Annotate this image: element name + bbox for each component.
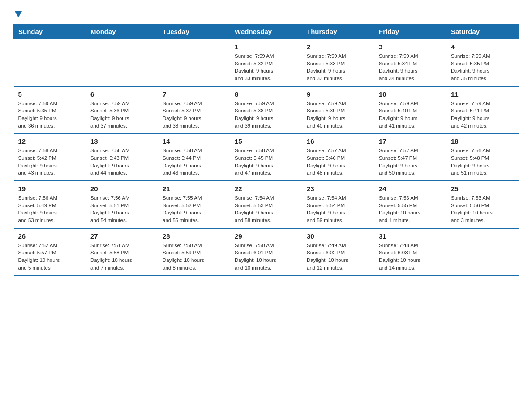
day-info: Sunrise: 7:59 AMSunset: 5:34 PMDaylight:… <box>379 52 442 82</box>
calendar-header-row: SundayMondayTuesdayWednesdayThursdayFrid… <box>14 24 519 39</box>
calendar-cell: 18Sunrise: 7:56 AMSunset: 5:48 PMDayligh… <box>446 133 519 181</box>
calendar-cell: 25Sunrise: 7:53 AMSunset: 5:56 PMDayligh… <box>446 181 519 228</box>
day-info: Sunrise: 7:56 AMSunset: 5:48 PMDaylight:… <box>451 147 514 177</box>
day-number: 17 <box>379 137 442 145</box>
day-info: Sunrise: 7:58 AMSunset: 5:44 PMDaylight:… <box>163 147 225 177</box>
day-number: 25 <box>451 185 514 193</box>
day-number: 21 <box>163 185 225 193</box>
day-number: 6 <box>90 90 153 98</box>
day-info: Sunrise: 7:59 AMSunset: 5:35 PMDaylight:… <box>18 100 82 130</box>
svg-marker-0 <box>15 11 22 17</box>
calendar-cell: 27Sunrise: 7:51 AMSunset: 5:58 PMDayligh… <box>86 228 158 276</box>
calendar-table: SundayMondayTuesdayWednesdayThursdayFrid… <box>13 24 519 276</box>
calendar-cell <box>14 39 86 86</box>
calendar-cell: 12Sunrise: 7:58 AMSunset: 5:42 PMDayligh… <box>14 133 86 181</box>
day-number: 7 <box>163 90 225 98</box>
day-info: Sunrise: 7:59 AMSunset: 5:37 PMDaylight:… <box>163 100 225 130</box>
weekday-header-friday: Friday <box>374 24 446 39</box>
day-number: 10 <box>379 90 442 98</box>
day-info: Sunrise: 7:59 AMSunset: 5:38 PMDaylight:… <box>235 100 297 130</box>
calendar-cell: 6Sunrise: 7:59 AMSunset: 5:36 PMDaylight… <box>86 86 158 134</box>
day-number: 28 <box>163 232 225 240</box>
day-number: 22 <box>235 185 297 193</box>
weekday-header-tuesday: Tuesday <box>158 24 230 39</box>
calendar-cell: 31Sunrise: 7:48 AMSunset: 6:03 PMDayligh… <box>374 228 446 276</box>
weekday-header-saturday: Saturday <box>446 24 519 39</box>
calendar-cell: 23Sunrise: 7:54 AMSunset: 5:54 PMDayligh… <box>302 181 374 228</box>
calendar-cell: 16Sunrise: 7:57 AMSunset: 5:46 PMDayligh… <box>302 133 374 181</box>
day-number: 26 <box>18 232 82 240</box>
calendar-cell: 22Sunrise: 7:54 AMSunset: 5:53 PMDayligh… <box>230 181 302 228</box>
day-number: 14 <box>163 137 225 145</box>
calendar-cell: 4Sunrise: 7:59 AMSunset: 5:35 PMDaylight… <box>446 39 519 86</box>
day-info: Sunrise: 7:59 AMSunset: 5:35 PMDaylight:… <box>451 52 514 82</box>
calendar-cell: 28Sunrise: 7:50 AMSunset: 5:59 PMDayligh… <box>158 228 230 276</box>
day-number: 5 <box>18 90 82 98</box>
day-number: 29 <box>235 232 297 240</box>
day-info: Sunrise: 7:58 AMSunset: 5:42 PMDaylight:… <box>18 147 82 177</box>
day-number: 2 <box>307 43 369 51</box>
calendar-cell: 14Sunrise: 7:58 AMSunset: 5:44 PMDayligh… <box>158 133 230 181</box>
calendar-week-row: 1Sunrise: 7:59 AMSunset: 5:32 PMDaylight… <box>14 39 519 86</box>
calendar-cell: 20Sunrise: 7:56 AMSunset: 5:51 PMDayligh… <box>86 181 158 228</box>
day-info: Sunrise: 7:58 AMSunset: 5:43 PMDaylight:… <box>90 147 153 177</box>
day-number: 12 <box>18 137 82 145</box>
day-info: Sunrise: 7:57 AMSunset: 5:46 PMDaylight:… <box>307 147 369 177</box>
calendar-week-row: 26Sunrise: 7:52 AMSunset: 5:57 PMDayligh… <box>14 228 519 276</box>
day-number: 13 <box>90 137 153 145</box>
calendar-cell: 24Sunrise: 7:53 AMSunset: 5:55 PMDayligh… <box>374 181 446 228</box>
calendar-cell: 3Sunrise: 7:59 AMSunset: 5:34 PMDaylight… <box>374 39 446 86</box>
calendar-cell <box>158 39 230 86</box>
day-info: Sunrise: 7:54 AMSunset: 5:54 PMDaylight:… <box>307 194 369 224</box>
calendar-cell <box>446 228 519 276</box>
day-info: Sunrise: 7:56 AMSunset: 5:51 PMDaylight:… <box>90 194 153 224</box>
day-number: 3 <box>379 43 442 51</box>
calendar-cell: 1Sunrise: 7:59 AMSunset: 5:32 PMDaylight… <box>230 39 302 86</box>
calendar-cell: 11Sunrise: 7:59 AMSunset: 5:41 PMDayligh… <box>446 86 519 134</box>
calendar-cell: 17Sunrise: 7:57 AMSunset: 5:47 PMDayligh… <box>374 133 446 181</box>
day-info: Sunrise: 7:58 AMSunset: 5:45 PMDaylight:… <box>235 147 297 177</box>
day-number: 18 <box>451 137 514 145</box>
day-info: Sunrise: 7:54 AMSunset: 5:53 PMDaylight:… <box>235 194 297 224</box>
day-info: Sunrise: 7:49 AMSunset: 6:02 PMDaylight:… <box>307 242 369 272</box>
day-number: 9 <box>307 90 369 98</box>
day-info: Sunrise: 7:59 AMSunset: 5:32 PMDaylight:… <box>235 52 297 82</box>
logo-triangle-icon <box>15 11 22 19</box>
calendar-cell: 2Sunrise: 7:59 AMSunset: 5:33 PMDaylight… <box>302 39 374 86</box>
day-info: Sunrise: 7:55 AMSunset: 5:52 PMDaylight:… <box>163 194 225 224</box>
calendar-cell: 10Sunrise: 7:59 AMSunset: 5:40 PMDayligh… <box>374 86 446 134</box>
day-info: Sunrise: 7:53 AMSunset: 5:55 PMDaylight:… <box>379 194 442 224</box>
day-info: Sunrise: 7:53 AMSunset: 5:56 PMDaylight:… <box>451 194 514 224</box>
calendar-cell: 19Sunrise: 7:56 AMSunset: 5:49 PMDayligh… <box>14 181 86 228</box>
day-info: Sunrise: 7:57 AMSunset: 5:47 PMDaylight:… <box>379 147 442 177</box>
logo <box>13 9 22 19</box>
day-number: 8 <box>235 90 297 98</box>
calendar-cell: 29Sunrise: 7:50 AMSunset: 6:01 PMDayligh… <box>230 228 302 276</box>
day-number: 31 <box>379 232 442 240</box>
calendar-cell: 21Sunrise: 7:55 AMSunset: 5:52 PMDayligh… <box>158 181 230 228</box>
calendar-cell: 7Sunrise: 7:59 AMSunset: 5:37 PMDaylight… <box>158 86 230 134</box>
calendar-cell: 13Sunrise: 7:58 AMSunset: 5:43 PMDayligh… <box>86 133 158 181</box>
day-number: 24 <box>379 185 442 193</box>
day-info: Sunrise: 7:59 AMSunset: 5:36 PMDaylight:… <box>90 100 153 130</box>
calendar-week-row: 12Sunrise: 7:58 AMSunset: 5:42 PMDayligh… <box>14 133 519 181</box>
weekday-header-thursday: Thursday <box>302 24 374 39</box>
calendar-cell: 8Sunrise: 7:59 AMSunset: 5:38 PMDaylight… <box>230 86 302 134</box>
weekday-header-sunday: Sunday <box>14 24 86 39</box>
day-number: 1 <box>235 43 297 51</box>
day-number: 4 <box>451 43 514 51</box>
day-number: 16 <box>307 137 369 145</box>
day-number: 11 <box>451 90 514 98</box>
day-info: Sunrise: 7:59 AMSunset: 5:39 PMDaylight:… <box>307 100 369 130</box>
day-number: 27 <box>90 232 153 240</box>
day-info: Sunrise: 7:59 AMSunset: 5:33 PMDaylight:… <box>307 52 369 82</box>
weekday-header-monday: Monday <box>86 24 158 39</box>
day-info: Sunrise: 7:52 AMSunset: 5:57 PMDaylight:… <box>18 242 82 272</box>
day-info: Sunrise: 7:56 AMSunset: 5:49 PMDaylight:… <box>18 194 82 224</box>
day-number: 19 <box>18 185 82 193</box>
day-info: Sunrise: 7:50 AMSunset: 6:01 PMDaylight:… <box>235 242 297 272</box>
day-number: 23 <box>307 185 369 193</box>
day-number: 20 <box>90 185 153 193</box>
calendar-cell: 9Sunrise: 7:59 AMSunset: 5:39 PMDaylight… <box>302 86 374 134</box>
calendar-cell: 26Sunrise: 7:52 AMSunset: 5:57 PMDayligh… <box>14 228 86 276</box>
